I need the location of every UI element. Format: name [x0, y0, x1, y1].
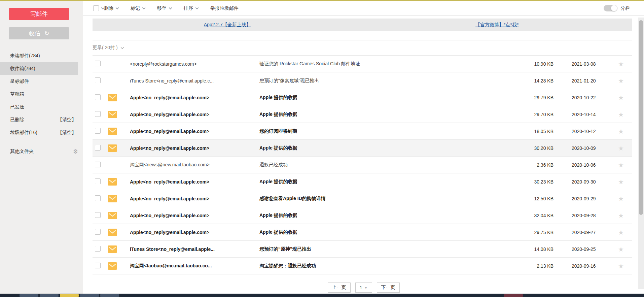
row-checkbox[interactable] — [95, 128, 101, 134]
page-select[interactable]: 1 ▼ — [355, 283, 372, 293]
row-checkbox[interactable] — [95, 263, 101, 268]
row-checkbox[interactable] — [95, 212, 101, 218]
star-icon[interactable]: ★ — [618, 94, 624, 101]
row-checkbox[interactable] — [95, 229, 101, 235]
email-subject: Apple 提供的收据 — [259, 179, 502, 185]
next-page-button[interactable]: 下一页 — [377, 283, 400, 293]
email-row[interactable]: 淘宝网<news@new.mail.taobao.com> 退款已经成功 2.3… — [93, 157, 632, 173]
unread-envelope-icon — [108, 245, 117, 253]
email-size: 2.36 KB — [537, 162, 553, 168]
sidebar-folder-item[interactable]: 已发送 — [0, 101, 83, 113]
split-view-toggle[interactable] — [604, 5, 617, 11]
email-row[interactable]: Apple<no_reply@email.apple.com> Apple 提供… — [93, 140, 632, 157]
sidebar-folder-item[interactable]: 已删除 【清空】 — [0, 113, 83, 126]
gear-icon[interactable]: ⚙ — [73, 149, 78, 155]
taskbar-item — [20, 294, 38, 297]
receive-mail-button[interactable]: 收信 ↻ — [9, 27, 69, 39]
star-icon[interactable]: ★ — [618, 245, 624, 253]
sidebar: 写邮件 收信 ↻ 未读邮件(784) 收件箱(784) 星标邮件 草稿箱 已发送… — [0, 1, 83, 297]
email-sender: 淘宝网<taobao@mc.mail.taobao.co... — [130, 263, 254, 269]
email-subject: 验证您的 Rockstar Games Social Club 邮件地址 — [259, 61, 502, 67]
email-group-header[interactable]: 更早( 20封 ) — [93, 40, 632, 56]
taskbar-item — [100, 294, 119, 297]
star-icon[interactable]: ★ — [618, 211, 624, 219]
sidebar-folder-item[interactable]: 星标邮件 — [0, 75, 83, 88]
email-date: 2021-01-20 — [572, 78, 596, 84]
row-checkbox[interactable] — [95, 61, 101, 66]
scrollbar-track[interactable] — [638, 18, 644, 289]
star-icon[interactable]: ★ — [618, 161, 624, 169]
sidebar-folder-item[interactable]: 收件箱(784) — [0, 62, 78, 75]
star-icon[interactable]: ★ — [618, 110, 624, 118]
email-sender: iTunes Store<no_reply@email.apple... — [130, 246, 254, 252]
row-checkbox[interactable] — [95, 145, 101, 151]
row-checkbox[interactable] — [95, 195, 101, 201]
email-date: 2020-09-30 — [572, 179, 596, 185]
email-subject: Apple 提供的收据 — [259, 145, 502, 151]
star-icon[interactable]: ★ — [618, 77, 624, 85]
chevron-down-icon — [116, 6, 119, 9]
sidebar-folder-item[interactable]: 未读邮件(784) — [0, 50, 83, 62]
star-icon[interactable]: ★ — [618, 228, 624, 236]
sidebar-folder-item[interactable]: 垃圾邮件(16) 【清空】 — [0, 126, 83, 139]
folder-label: 星标邮件 — [10, 78, 76, 85]
row-checkbox[interactable] — [95, 246, 101, 252]
email-date: 2020-10-12 — [572, 129, 596, 134]
email-subject: Apple 提供的收据 — [259, 212, 502, 219]
email-row[interactable]: <noreply@rockstargames.com> 验证您的 Rocksta… — [93, 56, 632, 72]
star-icon[interactable]: ★ — [618, 178, 624, 186]
sidebar-item-other-folders[interactable]: 其他文件夹 ⚙ — [0, 144, 78, 159]
toolbar-menu-item[interactable]: 删除 — [104, 5, 118, 11]
email-row[interactable]: iTunes Store<no_reply@email.apple... 您预订… — [93, 241, 632, 258]
folder-list: 未读邮件(784) 收件箱(784) 星标邮件 草稿箱 已发送 已删除 【清空】… — [0, 50, 83, 139]
compose-button[interactable]: 写邮件 — [9, 8, 69, 20]
row-checkbox[interactable] — [95, 162, 101, 167]
email-sender: Apple<no_reply@email.apple.com> — [130, 179, 254, 185]
email-row[interactable]: Apple<no_reply@email.apple.com> Apple 提供… — [93, 224, 632, 241]
star-icon[interactable]: ★ — [618, 195, 624, 202]
email-row[interactable]: Apple<no_reply@email.apple.com> Apple 提供… — [93, 106, 632, 123]
email-row[interactable]: 淘宝网<taobao@mc.mail.taobao.co... 淘宝提醒您：退款… — [93, 258, 632, 274]
empty-folder-action[interactable]: 【清空】 — [58, 117, 76, 123]
email-row[interactable]: Apple<no_reply@email.apple.com> Apple 提供… — [93, 207, 632, 224]
email-row[interactable]: Apple<no_reply@email.apple.com> Apple 提供… — [93, 173, 632, 190]
unread-envelope-icon — [108, 229, 117, 236]
email-row[interactable]: iTunes Store<no_reply@email.apple.c... 您… — [93, 72, 632, 89]
email-size: 32.04 KB — [534, 213, 553, 218]
email-date: 2020-09-29 — [572, 196, 596, 201]
taskbar-item — [80, 294, 99, 297]
row-checkbox[interactable] — [95, 178, 101, 184]
email-size: 29.79 KB — [534, 95, 553, 100]
email-row[interactable]: Apple<no_reply@email.apple.com> 感谢您查看App… — [93, 190, 632, 207]
email-sender: Apple<no_reply@email.apple.com> — [130, 112, 254, 117]
folder-label: 未读邮件(784) — [10, 53, 76, 59]
sidebar-folder-item[interactable]: 草稿箱 — [0, 88, 83, 101]
chevron-down-icon — [195, 6, 199, 9]
toolbar-menu-item[interactable]: 排序 — [184, 5, 198, 11]
email-row[interactable]: Apple<no_reply@email.apple.com> 您的订阅即将到期… — [93, 123, 632, 140]
toolbar-menu-item[interactable]: 标记 — [131, 5, 145, 11]
row-checkbox[interactable] — [95, 111, 101, 117]
scrollbar-thumb[interactable] — [639, 20, 643, 215]
email-rows: <noreply@rockstargames.com> 验证您的 Rocksta… — [93, 56, 632, 274]
row-checkbox[interactable] — [95, 94, 101, 100]
empty-folder-action[interactable]: 【清空】 — [58, 130, 76, 136]
toolbar-menu-item[interactable]: 移至 — [157, 5, 172, 11]
toolbar-menu-item-label: 举报垃圾邮件 — [210, 5, 239, 11]
toolbar-menu: 删除 标记 移至 排序 举报垃圾邮件 — [104, 5, 239, 11]
star-icon[interactable]: ★ — [618, 144, 624, 152]
star-icon[interactable]: ★ — [618, 60, 624, 68]
email-row[interactable]: Apple<no_reply@email.apple.com> Apple 提供… — [93, 89, 632, 106]
star-icon[interactable]: ★ — [618, 262, 624, 270]
app-update-link[interactable]: App2.2.7【全新上线】 — [204, 22, 251, 27]
prev-page-button[interactable]: 上一页 — [328, 283, 351, 293]
email-list: 更早( 20封 ) <noreply@rockstargames.com> 验证… — [93, 40, 632, 274]
select-all-checkbox[interactable] — [93, 5, 99, 11]
email-date: 2020-10-14 — [572, 112, 596, 117]
toolbar-menu-item[interactable]: 举报垃圾邮件 — [210, 5, 239, 11]
unread-envelope-icon — [108, 111, 117, 118]
star-icon[interactable]: ★ — [618, 127, 624, 135]
official-weibo-link[interactable]: 【官方微博】*点*我* — [475, 22, 518, 27]
row-checkbox[interactable] — [95, 77, 101, 83]
email-subject: 感谢您查看Apple ID的购物详情 — [259, 196, 502, 202]
